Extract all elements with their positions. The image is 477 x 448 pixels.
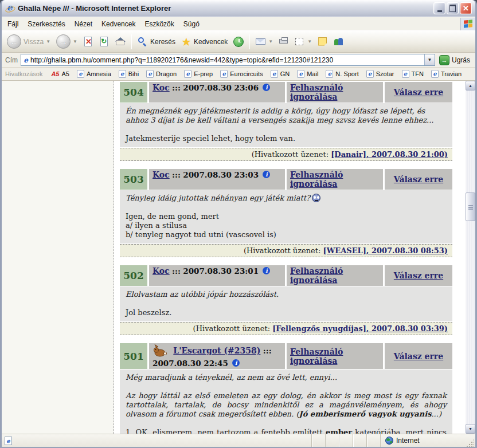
- menu-help[interactable]: Súgó: [179, 18, 204, 30]
- info-icon[interactable]: i: [263, 171, 270, 178]
- mail-button[interactable]: ▼: [253, 36, 275, 48]
- forward-dropdown-icon[interactable]: ▼: [73, 39, 77, 44]
- ignore-user-cell: Felhasználó ignorálása: [287, 169, 383, 190]
- refresh-icon: ↻: [99, 37, 110, 47]
- forum-post-504: 504 Koc ::: 2007.08.30 23:06 i Felhaszná…: [120, 82, 452, 161]
- eek-smiley-icon: [312, 194, 320, 202]
- post-header: 501 L'Escargot (#2358) :::: [120, 343, 452, 369]
- reply-link[interactable]: Válasz erre: [394, 175, 443, 184]
- address-input[interactable]: [30, 55, 424, 65]
- author-link[interactable]: Koc: [153, 83, 170, 92]
- ie-link-icon: e: [271, 70, 278, 78]
- author-link[interactable]: Koc: [153, 170, 170, 179]
- link-a5[interactable]: A5A5: [51, 70, 69, 77]
- info-icon[interactable]: i: [263, 267, 270, 274]
- menu-edit[interactable]: Szerkesztés: [23, 18, 69, 30]
- go-button[interactable]: → Ugrás: [438, 54, 473, 66]
- mail-dropdown-icon[interactable]: ▼: [268, 39, 273, 44]
- scroll-up-icon[interactable]: ▲: [466, 81, 475, 91]
- ie-link-icon: e: [431, 70, 439, 78]
- print-icon: [279, 37, 289, 47]
- quoted-text: Én megnéznék egy játékmesterit is addig …: [126, 107, 447, 125]
- menu-favorites[interactable]: Kedvencek: [97, 18, 140, 30]
- print-button[interactable]: [276, 36, 291, 48]
- post-reference: (Hivatkozott üzenet: [WEASEL], 2007.08.3…: [120, 244, 452, 257]
- go-arrow-icon: →: [439, 55, 449, 65]
- menu-view[interactable]: Nézet: [70, 18, 97, 30]
- discuss-button[interactable]: [315, 36, 330, 48]
- info-icon[interactable]: i: [263, 84, 270, 91]
- link-gn[interactable]: eGN: [271, 70, 290, 78]
- reply-link[interactable]: Válasz erre: [394, 352, 443, 361]
- messenger-button[interactable]: [331, 36, 346, 48]
- edit-icon: [295, 37, 305, 47]
- link-mail[interactable]: eMail: [297, 70, 318, 78]
- link-amnesia[interactable]: eAmnesia: [77, 70, 111, 78]
- scroll-down-icon[interactable]: ▼: [466, 424, 475, 434]
- messenger-icon: [334, 37, 344, 47]
- info-icon[interactable]: i: [232, 359, 240, 367]
- link-szotar[interactable]: eSzotar: [366, 70, 394, 78]
- edit-button[interactable]: ▼: [292, 36, 314, 48]
- left-margin-pane: [2, 81, 114, 434]
- ie-link-icon: e: [119, 70, 126, 78]
- close-button[interactable]: ✕: [460, 2, 472, 14]
- favorites-button[interactable]: ★ Kedvencek: [179, 36, 230, 48]
- scrollbar-track[interactable]: [466, 91, 475, 424]
- document-icon: e: [5, 437, 12, 445]
- post-header: 504 Koc ::: 2007.08.30 23:06 i Felhaszná…: [120, 82, 452, 103]
- status-message-area: e: [2, 434, 311, 447]
- ignore-user-link[interactable]: Felhasználó ignorálása: [290, 266, 380, 285]
- menu-file[interactable]: Fájl: [3, 18, 23, 30]
- post-text: 1. OK, elismerem, nem tartozom a fentebb…: [126, 428, 447, 434]
- internet-globe-icon: [385, 437, 393, 445]
- ignore-user-link[interactable]: Felhasználó ignorálása: [290, 347, 380, 366]
- status-bar: e Internet: [2, 434, 475, 447]
- forum-post-501: 501 L'Escargot (#2358) :::: [120, 343, 452, 434]
- link-bihi[interactable]: eBihi: [119, 70, 139, 78]
- ie-link-icon: e: [366, 70, 374, 78]
- home-button[interactable]: [113, 36, 128, 48]
- window-title: Ghalla Népe /// - Microsoft Internet Exp…: [18, 4, 433, 13]
- link-eprep[interactable]: eE-prep: [184, 70, 213, 78]
- referenced-message-link[interactable]: [Fellengzős nyugdíjas], 2007.08.30 03:39…: [272, 324, 448, 333]
- scrollbar-thumb[interactable]: [466, 192, 475, 221]
- quoted-text: Még maradjunk a tényeknél, az nem az övé…: [126, 373, 447, 382]
- post-body: Még maradjunk a tényeknél, az nem az övé…: [120, 370, 452, 434]
- ie-link-icon: e: [402, 70, 409, 78]
- post-date: 2007.08.30 23:01: [183, 266, 259, 276]
- minimize-button[interactable]: [433, 2, 445, 14]
- referenced-message-link[interactable]: [WEASEL], 2007.08.30 08:53): [323, 246, 448, 255]
- link-eurocircuits[interactable]: eEurocircuits: [220, 70, 263, 78]
- stop-icon: ✕: [83, 37, 93, 47]
- reply-link[interactable]: Válasz erre: [394, 88, 443, 97]
- ignore-user-link[interactable]: Felhasználó ignorálása: [290, 170, 380, 188]
- link-nsport[interactable]: eN. Sport: [326, 70, 358, 78]
- search-button[interactable]: Keresés: [135, 36, 178, 48]
- author-link[interactable]: Koc: [153, 266, 170, 276]
- referenced-message-link[interactable]: [Danair], 2007.08.30 21:00): [331, 150, 448, 159]
- author-link[interactable]: L'Escargot (#2358): [173, 346, 260, 355]
- post-author-cell: Koc ::: 2007.08.30 23:06 i: [149, 82, 285, 103]
- maximize-button[interactable]: [447, 2, 459, 14]
- stop-button[interactable]: ✕: [81, 36, 96, 48]
- refresh-button[interactable]: ↻: [97, 36, 112, 48]
- history-button[interactable]: [231, 36, 246, 48]
- address-dropdown-icon[interactable]: ▼: [424, 54, 435, 65]
- post-author-cell: Koc ::: 2007.08.30 23:01 i: [149, 265, 285, 286]
- link-travian[interactable]: eTravian: [431, 70, 462, 78]
- post-author-cell: Koc ::: 2007.08.30 23:03 i: [149, 169, 285, 190]
- menu-tools[interactable]: Eszközök: [140, 18, 178, 30]
- ignore-user-link[interactable]: Felhasználó ignorálása: [290, 83, 380, 101]
- post-body: Én megnéznék egy játékmesterit is addig …: [120, 103, 452, 147]
- toolbar-separator: [249, 34, 250, 49]
- resize-grip[interactable]: [466, 439, 474, 447]
- back-dropdown-icon[interactable]: ▼: [46, 39, 50, 44]
- reply-link[interactable]: Válasz erre: [394, 271, 443, 280]
- back-button[interactable]: ← Vissza ▼: [5, 33, 53, 50]
- vertical-scrollbar[interactable]: ▲ ▼: [466, 81, 475, 434]
- link-dragon[interactable]: eDragon: [146, 70, 177, 78]
- link-tfn[interactable]: eTFN: [402, 70, 424, 78]
- edit-dropdown-icon[interactable]: ▼: [307, 39, 312, 44]
- forward-button[interactable]: → ▼: [54, 33, 80, 50]
